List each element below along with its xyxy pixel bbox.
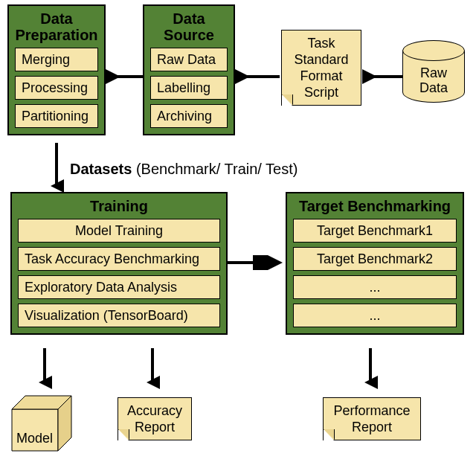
option-model-training: Model Training <box>18 219 220 243</box>
option-archiving: Archiving <box>150 104 228 128</box>
module-data-source: Data Source Raw Data Labelling Archiving <box>143 4 235 135</box>
sticky-line: Report <box>124 419 185 435</box>
sticky-task-script: Task Standard Format Script <box>281 30 361 106</box>
arrow-target-to-perf <box>363 348 378 391</box>
arrow-source-to-prep <box>106 69 143 84</box>
diagram-canvas: Data Preparation Merging Processing Part… <box>0 0 476 462</box>
option-target-4: ... <box>293 304 457 327</box>
sticky-line: Format <box>288 68 355 84</box>
sticky-accuracy-report: Accuracy Report <box>118 397 192 440</box>
option-target-2: Target Benchmark2 <box>293 247 457 271</box>
option-labelling: Labelling <box>150 76 228 100</box>
option-task-accuracy: Task Accuracy Benchmarking <box>18 247 220 271</box>
arrow-training-to-accuracy <box>145 348 160 391</box>
arrow-training-to-model <box>37 348 52 391</box>
module-title: Training <box>18 198 220 214</box>
option-partitioning: Partitioning <box>15 104 98 128</box>
cylinder-raw-data: Raw Data <box>402 40 465 103</box>
sticky-performance-report: Performance Report <box>323 397 421 440</box>
option-visualization: Visualization (TensorBoard) <box>18 304 220 327</box>
option-raw-data: Raw Data <box>150 48 228 71</box>
cube-model: Model <box>10 393 74 452</box>
title-text: Data Source <box>164 10 214 43</box>
sticky-line: Task <box>288 35 355 51</box>
title-text: Target Benchmarking <box>299 198 451 214</box>
arrow-db-to-script <box>362 69 402 84</box>
datasets-rest: (Benchmark/ Train/ Test) <box>132 161 298 177</box>
option-processing: Processing <box>15 76 98 100</box>
cylinder-label: Raw Data <box>402 65 465 95</box>
option-merging: Merging <box>15 48 98 71</box>
sticky-line: Accuracy <box>124 402 185 419</box>
module-title: Target Benchmarking <box>293 198 457 214</box>
arrow-prep-to-training <box>49 143 64 195</box>
datasets-bold: Datasets <box>70 161 132 177</box>
module-title: Data Source <box>150 10 228 43</box>
arrow-training-to-target <box>228 255 286 270</box>
module-training: Training Model Training Task Accuracy Be… <box>10 192 228 335</box>
option-target-1: Target Benchmark1 <box>293 219 457 243</box>
option-eda: Exploratory Data Analysis <box>18 275 220 299</box>
arrow-script-to-source <box>235 69 280 84</box>
title-text: Data Preparation <box>15 10 97 43</box>
sticky-line: Standard <box>288 51 355 68</box>
sticky-line: Script <box>288 84 355 100</box>
datasets-label: Datasets (Benchmark/ Train/ Test) <box>70 161 298 178</box>
module-data-preparation: Data Preparation Merging Processing Part… <box>7 4 106 135</box>
module-target-benchmarking: Target Benchmarking Target Benchmark1 Ta… <box>286 192 464 335</box>
option-target-3: ... <box>293 275 457 299</box>
module-title: Data Preparation <box>15 10 98 43</box>
sticky-line: Report <box>329 419 414 435</box>
title-text: Training <box>90 198 148 214</box>
cube-label: Model <box>16 431 53 446</box>
sticky-line: Performance <box>329 402 414 419</box>
